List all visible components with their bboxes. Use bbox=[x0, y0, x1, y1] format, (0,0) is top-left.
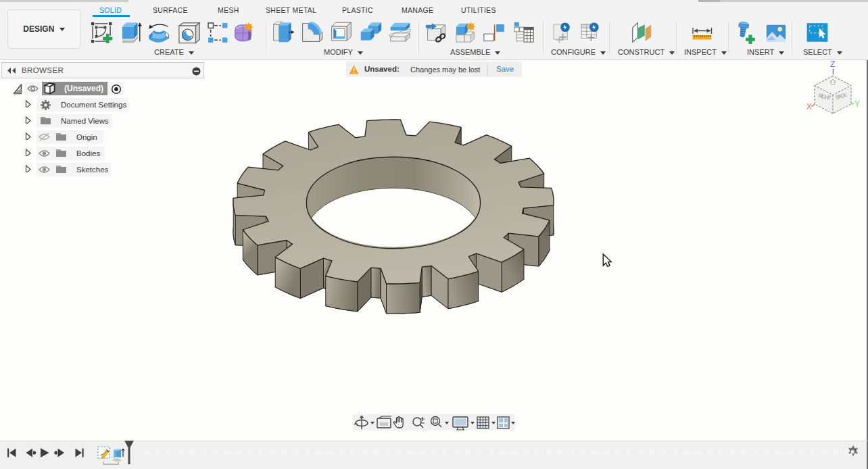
svg-text:Z: Z bbox=[830, 59, 835, 69]
svg-text:Y: Y bbox=[854, 99, 860, 109]
svg-text:X: X bbox=[806, 102, 812, 112]
